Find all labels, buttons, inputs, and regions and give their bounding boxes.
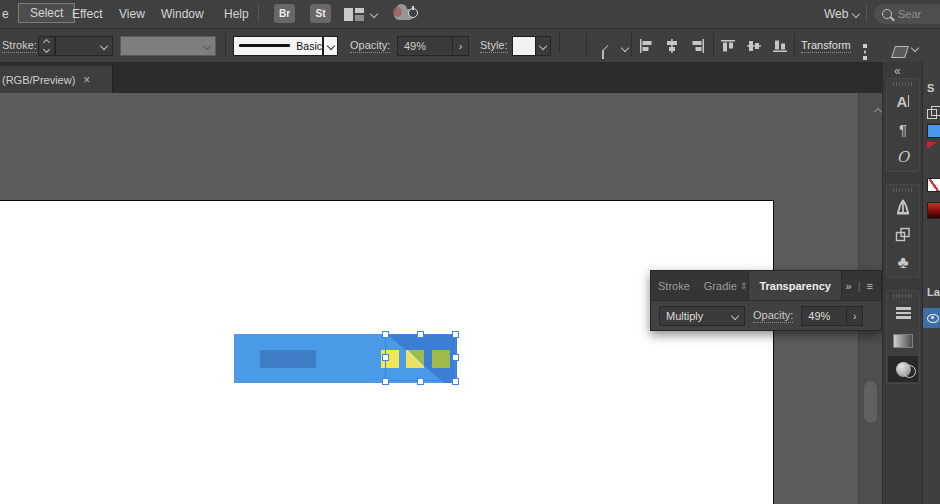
selection-handle-bottom-right[interactable] [452, 378, 459, 385]
graphic-styles-panel-icon[interactable] [887, 221, 919, 249]
document-tab-title: (RGB/Preview) [2, 74, 75, 86]
right-edge-panel-strip: S La [922, 62, 940, 504]
align-center-horizontal-icon[interactable] [664, 38, 680, 54]
brush-select-chevron[interactable] [323, 36, 338, 56]
red-swatch-partial[interactable] [927, 142, 937, 149]
menu-item-help[interactable]: Help [218, 5, 255, 23]
menu-bar: e Select Effect View Window Help Br St W… [0, 0, 940, 29]
blend-mode-value: Multiply [666, 310, 703, 322]
brushes-panel-icon[interactable] [887, 193, 919, 221]
selection-handle-mid-left[interactable] [382, 354, 389, 361]
tab-stroke[interactable]: Stroke [651, 280, 697, 292]
panel-opacity-field[interactable]: 49% › [801, 306, 863, 326]
illustrator-window: e Select Effect View Window Help Br St W… [0, 0, 940, 504]
align-left-icon[interactable] [638, 38, 654, 54]
visibility-eye-icon[interactable] [927, 314, 939, 323]
align-center-vertical-icon[interactable] [746, 38, 762, 54]
transparency-panel: Stroke Gradie ⇕ Transparency » | ≡ Multi… [650, 270, 882, 331]
brush-definition-select[interactable]: Basic [233, 36, 323, 56]
blue-fill-swatch[interactable] [927, 124, 940, 138]
dock-group-appearance [886, 290, 920, 384]
opentype-panel-icon[interactable]: O [887, 143, 919, 171]
drag-grip[interactable] [893, 294, 913, 298]
stepper-down-icon[interactable] [43, 45, 50, 52]
canvas-object-label-pill[interactable] [260, 350, 316, 368]
controlbar-separator [225, 33, 226, 57]
stock-button[interactable]: St [310, 4, 331, 23]
document-setup-icon[interactable] [602, 45, 604, 59]
panel-icon-dock: « A ¶ O ♣ [882, 62, 922, 504]
panel-opacity-label[interactable]: Opacity: [753, 309, 793, 323]
transparency-panel-icon[interactable] [887, 355, 919, 383]
menu-item-view[interactable]: View [113, 5, 151, 23]
gradient-swatch[interactable] [927, 202, 940, 219]
opacity-expand-arrow[interactable]: › [452, 37, 468, 55]
panel-expand-icon[interactable]: » [846, 280, 852, 292]
swatches-panel-header: S [927, 82, 934, 94]
close-icon[interactable]: × [83, 73, 90, 87]
selection-handle-bottom-center[interactable] [417, 378, 424, 385]
transform-label[interactable]: Transform [801, 39, 851, 53]
menu-item-effect[interactable]: Effect [66, 5, 108, 23]
controlbar-separator [631, 33, 632, 57]
chevron-down-icon[interactable] [911, 44, 919, 52]
dock-group-type: A ¶ O [886, 78, 920, 172]
panel-header-divider: | [858, 280, 861, 292]
style-select-chevron[interactable] [536, 36, 551, 56]
none-swatch[interactable] [927, 178, 940, 192]
style-label[interactable]: Style: [480, 39, 508, 53]
chevron-down-icon[interactable] [370, 10, 378, 18]
layers-panel-header: La [927, 286, 940, 298]
collapse-dock-icon[interactable]: « [894, 64, 899, 78]
document-tab[interactable]: (RGB/Preview) × [0, 66, 113, 93]
layer-row-selected[interactable] [923, 308, 940, 328]
drag-grip[interactable] [893, 82, 913, 86]
shear-icon[interactable] [891, 46, 909, 58]
appearance-panel-icon[interactable] [887, 299, 919, 327]
gradient-panel-icon[interactable] [887, 327, 919, 355]
brush-name: Basic [296, 40, 322, 52]
menu-item-clipped[interactable]: e [0, 5, 15, 23]
scrollbar-thumb[interactable] [864, 381, 877, 423]
bounding-box-icon[interactable] [864, 45, 866, 59]
stroke-weight-select[interactable] [55, 36, 113, 56]
selection-handle-top-left[interactable] [382, 331, 389, 338]
align-bottom-icon[interactable] [772, 38, 788, 54]
opacity-field[interactable]: 49% › [397, 36, 469, 56]
selection-handle-bottom-left[interactable] [382, 378, 389, 385]
stroke-label[interactable]: Stroke: [2, 39, 37, 53]
menu-item-window[interactable]: Window [155, 5, 210, 23]
menubar-separator [258, 5, 259, 22]
stroke-weight-stepper[interactable] [38, 36, 55, 56]
paragraph-panel-icon[interactable]: ¶ [887, 115, 919, 143]
selection-handle-mid-right[interactable] [452, 354, 459, 361]
search-placeholder: Sear [898, 8, 921, 20]
search-field[interactable]: Sear [874, 4, 940, 24]
align-top-icon[interactable] [720, 38, 736, 54]
chevron-down-icon[interactable] [621, 44, 629, 52]
drag-grip[interactable] [893, 188, 913, 192]
tab-gradient[interactable]: Gradie [697, 280, 739, 292]
panel-tab-bar: Stroke Gradie ⇕ Transparency » | ≡ [651, 271, 881, 301]
symbols-panel-icon[interactable]: ♣ [887, 249, 919, 277]
controlbar-separator [586, 33, 587, 57]
style-swatch[interactable] [512, 36, 536, 56]
document-tab-bar: (RGB/Preview) × [0, 64, 882, 94]
stepper-up-icon[interactable] [43, 38, 50, 45]
canvas-area[interactable]: Stroke Gradie ⇕ Transparency » | ≡ Multi… [0, 93, 882, 504]
panel-menu-icon[interactable]: ≡ [867, 280, 873, 292]
opacity-label[interactable]: Opacity: [350, 39, 390, 53]
blend-mode-select[interactable]: Multiply [659, 306, 745, 326]
bridge-button[interactable]: Br [274, 4, 295, 23]
tab-transparency[interactable]: Transparency [748, 271, 842, 300]
arrange-documents-icon[interactable] [344, 8, 364, 21]
sync-status-icon[interactable] [394, 9, 414, 20]
dock-group-brushes: ♣ [886, 184, 920, 278]
workspace-switcher[interactable]: Web [818, 5, 854, 23]
selection-bounding-box [385, 334, 456, 381]
selection-handle-top-right[interactable] [452, 331, 459, 338]
character-panel-icon[interactable]: A [887, 87, 919, 115]
selection-handle-top-center[interactable] [417, 331, 424, 338]
align-right-icon[interactable] [690, 38, 706, 54]
panel-opacity-arrow[interactable]: › [846, 307, 862, 325]
